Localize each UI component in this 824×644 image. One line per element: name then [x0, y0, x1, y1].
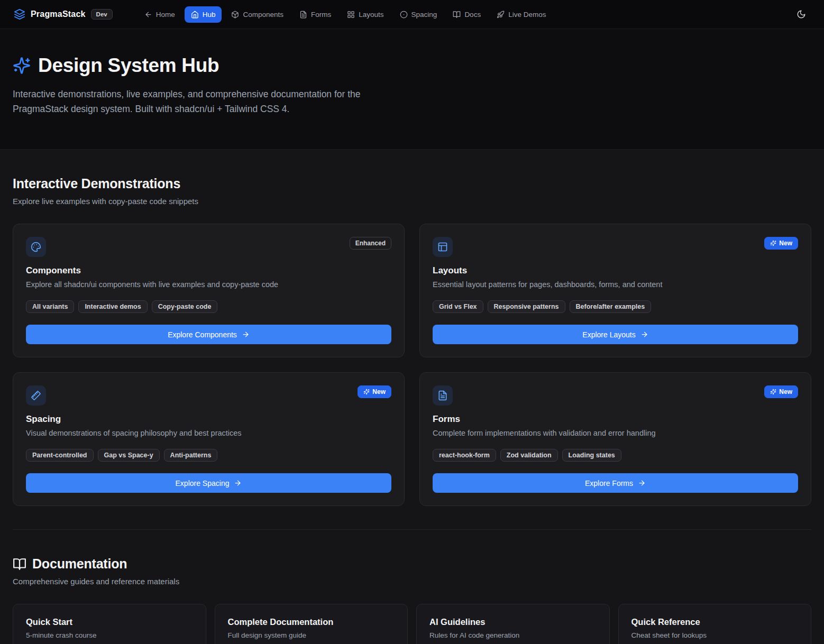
nav-item-label: Home — [156, 11, 175, 19]
card-description: Essential layout patterns for pages, das… — [433, 280, 798, 289]
section-documentation: Documentation Comprehensive guides and r… — [13, 530, 811, 644]
tag: Zod validation — [500, 449, 558, 462]
nav-item-home[interactable]: Home — [138, 6, 181, 23]
nav-item-spacing[interactable]: Spacing — [393, 6, 444, 23]
brand-name: PragmaStack — [31, 10, 86, 19]
doc-card-title: Quick Reference — [631, 617, 799, 627]
nav-item-label: Docs — [464, 11, 481, 19]
doc-card-description: Full design system guide — [228, 631, 395, 639]
doc-card-complete-documentation[interactable]: Complete Documentation Full design syste… — [215, 604, 408, 644]
demos-subheading: Explore live examples with copy-paste co… — [13, 197, 811, 206]
card-title: Forms — [433, 414, 798, 425]
doc-card-title: Complete Documentation — [228, 617, 395, 627]
page-subtitle: Interactive demonstrations, live example… — [13, 87, 409, 116]
icon-tile — [433, 385, 453, 406]
layers-logo-icon — [14, 8, 25, 20]
badge-label: New — [779, 388, 792, 395]
explore-components-button[interactable]: Explore Components — [26, 325, 391, 344]
hero: Design System Hub Interactive demonstrat… — [0, 29, 824, 150]
icon-tile — [26, 385, 46, 406]
card-title: Layouts — [433, 265, 798, 276]
arrow-left-icon — [144, 11, 152, 19]
nav-item-docs[interactable]: Docs — [446, 6, 487, 23]
card-top: New — [433, 237, 798, 257]
book-open-icon — [13, 557, 26, 571]
tag-row: Parent-controlled Gap vs Space-y Anti-pa… — [26, 449, 391, 462]
nav-item-layouts[interactable]: Layouts — [341, 6, 390, 23]
tag: react-hook-form — [433, 449, 496, 462]
demo-card-layouts: New Layouts Essential layout patterns fo… — [419, 224, 811, 357]
new-badge: New — [764, 237, 798, 250]
card-title: Spacing — [26, 414, 391, 425]
nav-item-hub[interactable]: Hub — [185, 6, 222, 23]
tag: Loading states — [562, 449, 621, 462]
cta-label: Explore Forms — [585, 479, 633, 487]
demo-card-forms: New Forms Complete form implementations … — [419, 372, 811, 506]
nav-item-label: Spacing — [411, 11, 437, 19]
docs-heading: Documentation — [13, 556, 811, 572]
enhanced-badge: Enhanced — [350, 237, 391, 250]
doc-card-quick-start[interactable]: Quick Start 5-minute crash course — [13, 604, 206, 644]
home-icon — [191, 11, 199, 19]
rocket-icon — [497, 11, 505, 19]
badge-label: New — [372, 388, 386, 395]
card-title: Components — [26, 265, 391, 276]
tag: Copy-paste code — [152, 300, 218, 313]
tag: Responsive patterns — [488, 300, 565, 313]
nav-item-components[interactable]: Components — [225, 6, 290, 23]
badge-label: Enhanced — [355, 240, 386, 247]
nav-item-label: Layouts — [359, 11, 383, 19]
tag-row: react-hook-form Zod validation Loading s… — [433, 449, 798, 462]
doc-card-quick-reference[interactable]: Quick Reference Cheat sheet for lookups — [618, 604, 812, 644]
nav-links: Home Hub Components Forms Layouts Spacin… — [138, 6, 553, 23]
env-badge: Dev — [91, 9, 113, 20]
demo-card-components: Enhanced Components Explore all shadcn/u… — [13, 224, 405, 357]
card-description: Visual demonstrations of spacing philoso… — [26, 429, 391, 437]
explore-spacing-button[interactable]: Explore Spacing — [26, 473, 391, 493]
doc-card-description: Cheat sheet for lookups — [631, 631, 799, 639]
page-title-text: Design System Hub — [38, 54, 219, 77]
tag: Anti-patterns — [164, 449, 218, 462]
top-nav: PragmaStack Dev Home Hub Components Form… — [0, 0, 824, 29]
doc-card-grid: Quick Start 5-minute crash course Comple… — [13, 604, 811, 644]
file-text-icon — [299, 11, 307, 19]
nav-item-live-demos[interactable]: Live Demos — [490, 6, 552, 23]
docs-heading-text: Documentation — [32, 556, 127, 572]
docs-subheading: Comprehensive guides and reference mater… — [13, 577, 811, 586]
nav-item-label: Components — [243, 11, 283, 19]
demo-card-grid: Enhanced Components Explore all shadcn/u… — [13, 224, 811, 506]
explore-layouts-button[interactable]: Explore Layouts — [433, 325, 798, 344]
tag: Interactive demos — [78, 300, 147, 313]
doc-card-title: AI Guidelines — [429, 617, 597, 627]
sparkles-icon — [770, 240, 776, 246]
tag-row: Grid vs Flex Responsive patterns Before/… — [433, 300, 798, 313]
card-top: New — [433, 385, 798, 406]
sparkles-icon — [770, 389, 776, 395]
file-text-icon — [437, 390, 448, 401]
cta-label: Explore Layouts — [582, 330, 635, 339]
doc-card-ai-guidelines[interactable]: AI Guidelines Rules for AI code generati… — [416, 604, 610, 644]
layout-icon — [437, 242, 448, 252]
arrow-right-icon — [234, 479, 242, 487]
tag: Gap vs Space-y — [98, 449, 160, 462]
circle-icon — [400, 11, 408, 19]
book-open-icon — [453, 11, 461, 19]
sparkles-icon — [363, 389, 370, 395]
arrow-right-icon — [242, 330, 250, 338]
main-content: Interactive Demonstrations Explore live … — [0, 150, 824, 644]
theme-toggle-button[interactable] — [792, 5, 810, 23]
card-top: New — [26, 385, 391, 406]
demos-section-head: Interactive Demonstrations Explore live … — [13, 176, 811, 206]
brand[interactable]: PragmaStack Dev — [14, 8, 113, 20]
explore-forms-button[interactable]: Explore Forms — [433, 473, 798, 493]
ruler-icon — [31, 390, 41, 401]
nav-item-label: Hub — [203, 11, 216, 19]
cta-label: Explore Components — [168, 330, 237, 339]
card-description: Complete form implementations with valid… — [433, 429, 798, 437]
moon-icon — [796, 10, 806, 19]
palette-icon — [31, 242, 41, 252]
tag: All variants — [26, 300, 74, 313]
tag: Parent-controlled — [26, 449, 94, 462]
nav-item-forms[interactable]: Forms — [293, 6, 337, 23]
box-icon — [231, 11, 239, 19]
